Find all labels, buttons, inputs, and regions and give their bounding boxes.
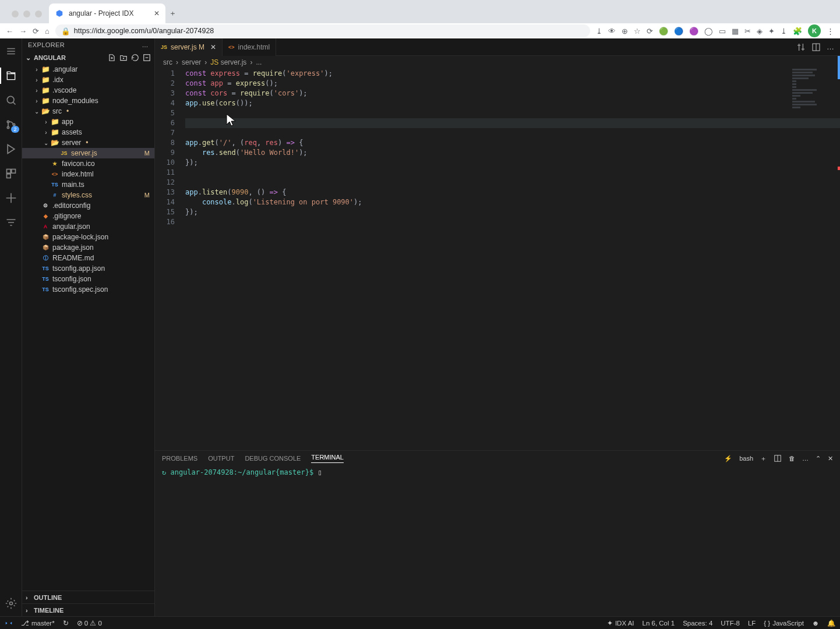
terminal-shell-icon[interactable]: ⚡ <box>724 455 732 462</box>
menu-icon[interactable] <box>4 44 18 58</box>
editor-tab[interactable]: JSserver.js M✕ <box>155 38 223 56</box>
folder-item[interactable]: ⌄📂server <box>22 137 154 148</box>
close-panel-icon[interactable]: ✕ <box>828 455 833 462</box>
new-terminal-icon[interactable]: ＋ <box>760 454 767 463</box>
file-item[interactable]: ⚙.editorconfig <box>22 200 154 211</box>
extension-icon[interactable]: 🟣 <box>689 27 698 36</box>
file-item[interactable]: <>index.html <box>22 169 154 179</box>
breadcrumb-item[interactable]: server <box>182 58 201 66</box>
breadcrumb-item[interactable]: ... <box>256 58 262 66</box>
breadcrumb-item[interactable]: JS server.js <box>210 58 246 66</box>
problems-status[interactable]: ⊘ 0 ⚠ 0 <box>77 619 102 627</box>
file-item[interactable]: TStsconfig.app.json <box>22 263 154 274</box>
split-terminal-icon[interactable] <box>774 454 782 462</box>
extension-icon[interactable]: ◈ <box>757 27 763 36</box>
idx-ai-status[interactable]: ✦ IDX AI <box>607 619 634 627</box>
new-file-icon[interactable] <box>108 54 116 62</box>
extension-icon[interactable]: ▦ <box>732 27 739 36</box>
refresh-icon[interactable] <box>131 54 139 62</box>
explorer-icon[interactable] <box>4 69 18 83</box>
idx-icon[interactable] <box>4 191 18 205</box>
folder-item[interactable]: ›📁.idx <box>22 75 154 85</box>
folder-item[interactable]: ›📁.vscode <box>22 85 154 96</box>
outline-section[interactable]: ›OUTLINE <box>22 591 154 603</box>
file-item[interactable]: TSmain.ts <box>22 179 154 190</box>
reload-button[interactable]: ⟳ <box>33 27 39 36</box>
minimap[interactable] <box>792 69 833 104</box>
encoding-status[interactable]: UTF-8 <box>721 620 740 627</box>
folder-item[interactable]: ›📁assets <box>22 127 154 137</box>
language-status[interactable]: { } JavaScript <box>764 620 804 627</box>
remote-indicator[interactable] <box>5 619 13 627</box>
file-item[interactable]: TStsconfig.spec.json <box>22 284 154 295</box>
extension-icon[interactable]: ⤓ <box>781 27 787 36</box>
editor-tab[interactable]: <>index.html <box>223 38 276 56</box>
file-item[interactable]: 📦package-lock.json <box>22 232 154 242</box>
extensions-icon[interactable] <box>4 167 18 181</box>
file-item[interactable]: ★favicon.ico <box>22 158 154 169</box>
new-folder-icon[interactable] <box>119 54 128 62</box>
source-control-icon[interactable]: 2 <box>4 118 18 132</box>
filter-icon[interactable] <box>4 215 18 229</box>
run-debug-icon[interactable] <box>4 142 18 156</box>
panel-tab[interactable]: TERMINAL <box>311 454 344 463</box>
extension-icon[interactable]: ⟳ <box>647 27 653 36</box>
indentation-status[interactable]: Spaces: 4 <box>683 620 712 627</box>
notifications-icon[interactable]: 🔔 <box>827 619 835 627</box>
file-item[interactable]: #styles.cssM <box>22 190 154 200</box>
split-editor-icon[interactable] <box>811 43 821 52</box>
star-icon[interactable]: ☆ <box>634 27 641 36</box>
more-icon[interactable]: … <box>802 455 809 462</box>
download-icon[interactable]: ⤓ <box>596 27 602 36</box>
more-actions-icon[interactable]: … <box>827 43 834 52</box>
profile-avatar[interactable]: K <box>808 24 821 37</box>
file-item[interactable]: Aangular.json <box>22 221 154 232</box>
folder-item[interactable]: ›📁.angular <box>22 64 154 75</box>
panel-tab[interactable]: PROBLEMS <box>162 455 197 462</box>
close-tab-icon[interactable]: ✕ <box>154 9 160 17</box>
settings-gear-icon[interactable] <box>4 596 18 610</box>
compare-icon[interactable] <box>796 43 806 52</box>
panel-tab[interactable]: OUTPUT <box>208 455 234 462</box>
maximize-panel-icon[interactable]: ⌃ <box>816 455 821 462</box>
terminal-shell-label[interactable]: bash <box>739 455 753 462</box>
extension-icon[interactable]: 🧩 <box>793 27 802 36</box>
breadcrumbs[interactable]: src›server›JS server.js›... <box>155 56 840 69</box>
extension-icon[interactable]: ✦ <box>768 27 775 36</box>
more-icon[interactable]: … <box>142 41 149 48</box>
search-icon[interactable] <box>4 93 18 107</box>
breadcrumb-item[interactable]: src <box>163 58 172 66</box>
extension-icon[interactable]: ✂ <box>744 27 751 36</box>
timeline-section[interactable]: ›TIMELINE <box>22 603 154 616</box>
browser-tab[interactable]: angular - Project IDX ✕ <box>49 3 165 23</box>
install-icon[interactable]: ⊕ <box>622 27 628 36</box>
extension-icon[interactable]: 🔵 <box>674 27 683 36</box>
extension-icon[interactable]: 🟢 <box>659 27 668 36</box>
extension-icon[interactable]: ▭ <box>719 27 726 36</box>
back-button[interactable]: ← <box>6 27 13 36</box>
panel-tab[interactable]: DEBUG CONSOLE <box>245 455 301 462</box>
sync-status[interactable]: ↻ <box>63 619 69 627</box>
forward-button[interactable]: → <box>19 27 27 36</box>
file-item[interactable]: ⓘREADME.md <box>22 253 154 263</box>
eye-icon[interactable]: 👁 <box>608 27 616 36</box>
eol-status[interactable]: LF <box>748 620 756 627</box>
extension-icon[interactable]: ◯ <box>704 27 713 36</box>
folder-item[interactable]: ›📁node_modules <box>22 96 154 106</box>
window-controls[interactable] <box>5 10 49 23</box>
branch-status[interactable]: ⎇ master* <box>21 619 55 627</box>
folder-item[interactable]: ⌄📂src <box>22 106 154 116</box>
new-tab-button[interactable]: ＋ <box>169 8 177 19</box>
file-item[interactable]: JSserver.jsM <box>22 148 154 158</box>
close-tab-icon[interactable]: ✕ <box>210 43 216 51</box>
cursor-position[interactable]: Ln 6, Col 1 <box>643 620 675 627</box>
feedback-icon[interactable]: ☻ <box>812 620 819 627</box>
address-bar[interactable]: 🔒 https://idx.google.com/u/0/angular-207… <box>55 24 590 37</box>
kebab-menu-icon[interactable]: ⋮ <box>827 27 834 36</box>
home-button[interactable]: ⌂ <box>45 27 50 36</box>
folder-item[interactable]: ›📁app <box>22 116 154 127</box>
terminal[interactable]: ↻ angular-2074928:~/angular{master}$ ▯ <box>155 466 840 616</box>
collapse-icon[interactable] <box>143 54 151 62</box>
file-item[interactable]: ◆.gitignore <box>22 211 154 221</box>
project-section-header[interactable]: ⌄ ANGULAR <box>22 51 154 64</box>
